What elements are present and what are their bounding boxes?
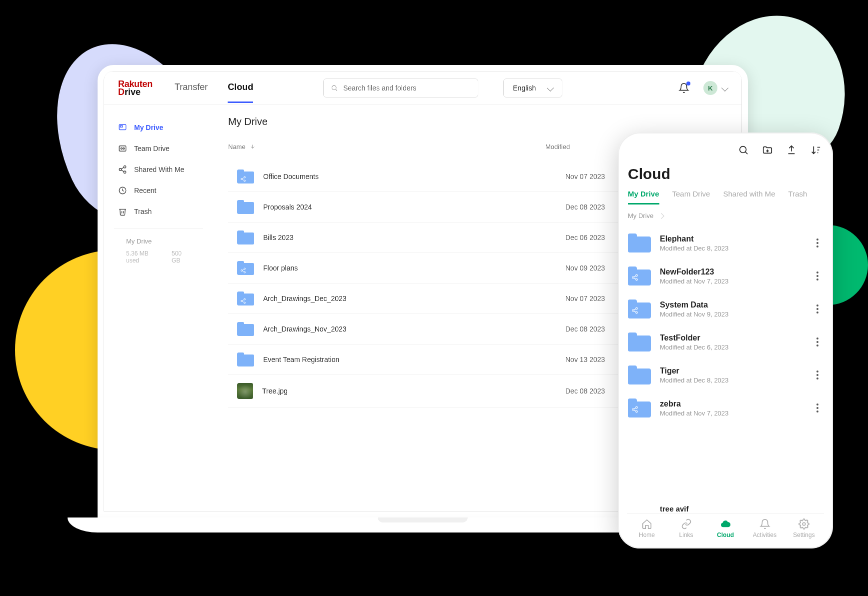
phone-file-row[interactable]: NewFolder123 Modified at Nov 7, 2023 (627, 260, 824, 292)
svg-line-62 (634, 408, 636, 409)
svg-point-56 (636, 312, 638, 314)
sidebar-item-recent[interactable]: Recent (104, 180, 213, 201)
phone-bottom-nav: Home Links Cloud Activities Settings (627, 513, 824, 538)
svg-line-27 (242, 178, 244, 178)
nav-tab-cloud[interactable]: Cloud (228, 82, 253, 103)
file-name: zebra (660, 400, 803, 408)
phone-file-row[interactable]: Tiger Modified at Dec 8, 2023 (627, 358, 824, 392)
more-button[interactable] (812, 370, 823, 380)
toolbar-search-button[interactable] (738, 144, 749, 156)
column-name[interactable]: Name (228, 143, 545, 150)
svg-line-57 (634, 309, 636, 310)
svg-point-5 (121, 148, 122, 150)
more-button[interactable] (812, 238, 823, 248)
phone-file-row[interactable]: zebra Modified at Nov 7, 2023 (627, 392, 824, 424)
drive-icon (118, 123, 127, 132)
nav-home[interactable]: Home (632, 518, 662, 538)
svg-point-55 (632, 310, 634, 312)
svg-point-35 (241, 300, 243, 302)
svg-point-30 (241, 270, 243, 272)
search-input[interactable] (343, 84, 471, 92)
folder-icon (237, 230, 254, 244)
cloud-icon (720, 518, 731, 530)
sidebar-item-trash[interactable]: Trash (104, 201, 213, 222)
sidebar-item-label: Shared With Me (134, 166, 184, 174)
file-name: Elephant (660, 234, 803, 244)
search-field[interactable] (323, 78, 478, 98)
nav-links[interactable]: Links (671, 518, 701, 538)
svg-line-10 (121, 168, 124, 169)
svg-point-49 (636, 274, 638, 276)
more-button[interactable] (812, 402, 823, 414)
user-menu[interactable]: K (703, 81, 727, 95)
svg-line-11 (121, 170, 124, 172)
sidebar-item-label: Trash (134, 208, 152, 216)
language-label: English (513, 84, 536, 92)
folder-icon (628, 234, 651, 252)
phone-mockup: Cloud My Drive Team Drive Shared with Me… (618, 132, 833, 548)
more-button[interactable] (812, 270, 823, 282)
sidebar-item-shared[interactable]: Shared With Me (104, 159, 213, 180)
file-name: Office Documents (263, 172, 319, 180)
sidebar-item-my-drive[interactable]: My Drive (104, 117, 213, 138)
file-modified: Modified at Nov 7, 2023 (660, 278, 803, 285)
svg-point-26 (244, 180, 246, 182)
phone-title: Cloud (627, 162, 824, 190)
phone-file-row[interactable]: System Data Modified at Nov 9, 2023 (627, 292, 824, 326)
nav-activities[interactable]: Activities (750, 518, 780, 538)
language-select[interactable]: English (503, 78, 562, 98)
svg-point-24 (244, 176, 246, 178)
svg-point-34 (244, 298, 246, 300)
svg-line-37 (242, 300, 244, 300)
file-name: Tree.jpg (262, 387, 288, 395)
sidebar-item-label: Team Drive (134, 144, 170, 152)
svg-line-53 (634, 278, 636, 279)
more-button[interactable] (812, 336, 823, 348)
svg-point-7 (124, 166, 126, 168)
sidebar-item-label: My Drive (134, 124, 163, 132)
more-button[interactable] (812, 304, 823, 314)
file-modified: Modified at Dec 6, 2023 (660, 344, 803, 351)
phone-file-row[interactable]: TestFolder Modified at Dec 6, 2023 (627, 326, 824, 358)
avatar: K (703, 81, 717, 95)
notification-dot (686, 82, 690, 86)
file-name: Arch_Drawings_Nov_2023 (263, 325, 347, 333)
storage-summary: My Drive 5.36 MB used 500 GB (114, 228, 203, 273)
upload-icon (786, 144, 797, 156)
phone-file-row[interactable]: Elephant Modified at Dec 8, 2023 (627, 226, 824, 260)
folder-icon (628, 300, 651, 318)
svg-line-33 (242, 271, 244, 272)
phone-tab-team-drive[interactable]: Team Drive (672, 190, 710, 204)
notifications-button[interactable] (678, 82, 689, 94)
nav-tab-transfer[interactable]: Transfer (175, 82, 208, 103)
svg-point-6 (123, 148, 125, 150)
folder-icon (628, 366, 651, 384)
gear-icon (798, 518, 809, 530)
bell-icon (759, 518, 770, 530)
svg-line-28 (242, 180, 244, 180)
toolbar-newfolder-button[interactable] (762, 144, 773, 156)
column-modified[interactable]: Modified (545, 143, 630, 150)
svg-point-39 (740, 146, 746, 153)
file-name: Event Team Registration (263, 356, 339, 364)
folder-icon (237, 352, 254, 366)
sidebar-item-team-drive[interactable]: Team Drive (104, 138, 213, 159)
toolbar-upload-button[interactable] (786, 144, 797, 156)
phone-breadcrumb[interactable]: My Drive (627, 205, 824, 226)
phone-tab-trash[interactable]: Trash (788, 190, 807, 204)
folder-icon (237, 292, 254, 306)
phone-tab-my-drive[interactable]: My Drive (628, 190, 659, 204)
nav-settings[interactable]: Settings (789, 518, 819, 538)
nav-cloud[interactable]: Cloud (710, 518, 740, 538)
svg-point-0 (332, 86, 337, 90)
phone-tab-shared[interactable]: Shared with Me (723, 190, 775, 204)
desktop-nav-tabs: Transfer Cloud (175, 82, 253, 94)
svg-line-63 (634, 410, 636, 411)
desktop-header: Rakuten Drive Transfer Cloud English (104, 72, 741, 105)
file-name: Proposals 2024 (263, 203, 312, 211)
toolbar-sort-button[interactable] (810, 144, 821, 156)
chevron-down-icon (721, 84, 728, 92)
storage-total: 500 GB (172, 250, 191, 264)
file-name: Floor plans (263, 264, 298, 272)
phone-cutoff-item: tree avif (627, 504, 824, 513)
